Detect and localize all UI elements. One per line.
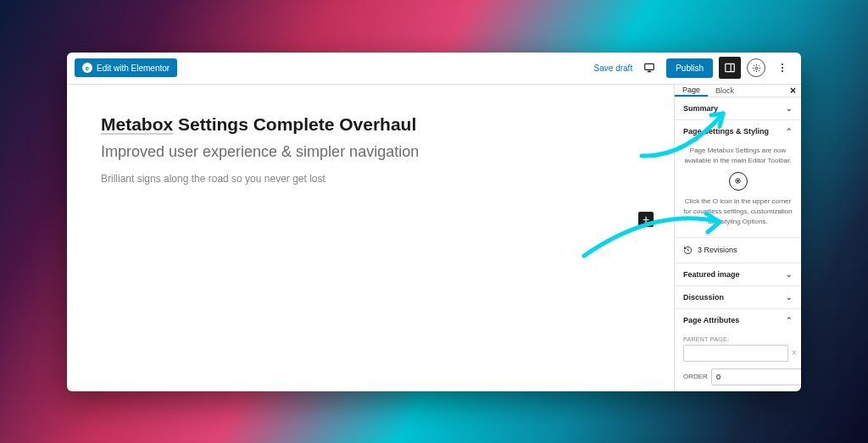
panel-page-attributes-label: Page Attributes — [683, 316, 739, 324]
panel-featured-image-header[interactable]: Featured image ⌄ — [675, 263, 801, 285]
svg-point-2 — [755, 67, 758, 69]
edit-with-elementor-button[interactable]: e Edit with Elementor — [75, 58, 177, 77]
page-settings-text-1: Page Metabox Settings are now available … — [683, 146, 793, 166]
parent-page-row: × — [675, 345, 801, 368]
panel-discussion: Discussion ⌄ — [675, 286, 801, 309]
page-body-text[interactable]: Brilliant signs along the road so you ne… — [101, 173, 640, 185]
save-draft-link[interactable]: Save draft — [594, 64, 633, 73]
order-row: ORDER — [675, 368, 801, 391]
panel-featured-image-label: Featured image — [683, 270, 740, 279]
revisions-label: 3 Revisions — [698, 246, 737, 254]
chevron-up-icon: ⌃ — [786, 127, 793, 136]
chevron-down-icon: ⌄ — [786, 104, 793, 113]
plus-icon: + — [643, 213, 649, 226]
page-settings-icon-frame — [729, 172, 748, 191]
editor-window: e Edit with Elementor Save draft Publish… — [67, 53, 801, 391]
order-label: ORDER — [683, 373, 708, 380]
more-icon — [782, 64, 783, 72]
add-block-button[interactable]: + — [638, 212, 654, 227]
panel-page-settings-body: Page Metabox Settings are now available … — [675, 142, 801, 237]
preview-button[interactable] — [638, 57, 660, 79]
chevron-up-icon: ⌃ — [786, 316, 793, 324]
svg-rect-1 — [726, 64, 735, 71]
desktop-icon — [643, 62, 655, 74]
panel-summary-header[interactable]: Summary ⌄ — [675, 97, 801, 119]
panel-featured-image: Featured image ⌄ — [675, 263, 801, 286]
panel-revisions[interactable]: 3 Revisions — [675, 238, 801, 263]
panel-discussion-header[interactable]: Discussion ⌄ — [675, 286, 801, 308]
title-rest: Settings Complete Overhaul — [173, 114, 416, 134]
parent-page-input[interactable] — [683, 345, 788, 362]
sidebar-toggle-button[interactable] — [719, 57, 741, 79]
panel-page-settings: Page Settings & Styling ⌃ Page Metabox S… — [675, 120, 801, 238]
top-toolbar: e Edit with Elementor Save draft Publish — [67, 53, 801, 85]
elementor-button-label: Edit with Elementor — [97, 64, 170, 73]
tab-page[interactable]: Page — [675, 85, 708, 97]
editor-canvas[interactable]: Metabox Settings Complete Overhaul Impro… — [67, 85, 674, 391]
close-sidebar-button[interactable]: × — [790, 85, 796, 97]
panel-discussion-label: Discussion — [683, 293, 724, 302]
parent-page-label: PARENT PAGE: — [675, 331, 801, 345]
chevron-down-icon: ⌄ — [786, 270, 793, 279]
svg-rect-0 — [645, 64, 654, 69]
panel-page-attributes-header[interactable]: Page Attributes ⌃ — [675, 309, 801, 331]
order-input[interactable] — [711, 368, 801, 385]
tab-block[interactable]: Block — [708, 85, 742, 97]
toolbar-right: Save draft Publish — [594, 57, 793, 79]
settings-sidebar: Page Block × Summary ⌄ Page Settings & S… — [674, 85, 801, 391]
panel-summary-label: Summary — [683, 104, 718, 113]
chevron-down-icon: ⌄ — [786, 293, 793, 302]
title-highlight: Metabox — [101, 114, 173, 134]
svg-point-4 — [737, 180, 739, 182]
panel-page-settings-header[interactable]: Page Settings & Styling ⌃ — [675, 120, 801, 142]
page-title[interactable]: Metabox Settings Complete Overhaul — [101, 114, 640, 135]
history-icon — [683, 246, 693, 255]
page-subtitle[interactable]: Improved user experience & simpler navig… — [101, 143, 640, 161]
editor-body: Metabox Settings Complete Overhaul Impro… — [67, 85, 801, 391]
elementor-icon: e — [82, 63, 92, 73]
settings-button[interactable] — [747, 58, 765, 77]
close-icon: × — [790, 85, 796, 97]
panel-page-settings-label: Page Settings & Styling — [683, 127, 769, 136]
gear-icon — [752, 64, 761, 73]
sidebar-tabs: Page Block × — [675, 85, 801, 97]
panel-page-attributes: Page Attributes ⌃ PARENT PAGE: × ORDER — [675, 309, 801, 391]
publish-button[interactable]: Publish — [666, 58, 713, 78]
page-settings-text-2: Click the O icon in the upper corner for… — [683, 197, 793, 227]
clear-parent-page-button[interactable]: × — [792, 348, 797, 357]
panel-summary: Summary ⌄ — [675, 97, 801, 120]
target-icon — [733, 176, 743, 186]
layout-icon — [724, 62, 736, 74]
more-options-button[interactable] — [771, 57, 793, 79]
